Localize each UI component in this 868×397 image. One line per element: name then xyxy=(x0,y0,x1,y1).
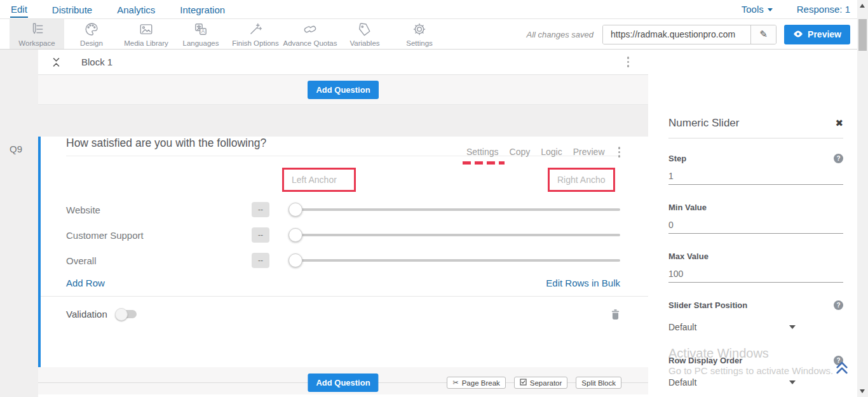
block-action-buttons: ✂ Page Break Separator Split Block xyxy=(447,377,621,389)
question-menu-kebab-icon[interactable] xyxy=(616,144,623,160)
edit-url-button[interactable]: ✎ xyxy=(750,25,776,44)
slider-track[interactable] xyxy=(295,208,620,211)
scrollbar-thumb[interactable] xyxy=(858,19,867,51)
toolbar-tab-workspace[interactable]: Workspace xyxy=(10,19,64,49)
vertical-scrollbar[interactable] xyxy=(857,0,868,397)
palette-icon xyxy=(84,22,99,38)
max-value-input[interactable] xyxy=(668,267,843,283)
add-question-button-top[interactable]: Add Question xyxy=(308,81,378,99)
slider-handle[interactable] xyxy=(288,228,302,242)
nav-tab-distribute[interactable]: Distribute xyxy=(51,2,93,17)
toolbar-tab-label: Languages xyxy=(183,39,219,47)
magic-wand-icon xyxy=(248,22,263,38)
scroll-to-top-double-chevron-icon[interactable] xyxy=(835,360,849,379)
validation-label: Validation xyxy=(66,309,107,320)
question-preview-link[interactable]: Preview xyxy=(573,147,605,157)
collapse-block-icon[interactable] xyxy=(52,57,60,68)
row-value-badge: -- xyxy=(252,253,269,268)
field-label: Step xyxy=(668,154,686,163)
scrollbar-down-arrow-icon[interactable] xyxy=(860,389,865,393)
slider-row-customer-support: Customer Support -- xyxy=(66,222,620,248)
page-break-button[interactable]: ✂ Page Break xyxy=(447,377,505,389)
toolbar-tab-finish-options[interactable]: Finish Options xyxy=(228,19,283,49)
help-icon[interactable]: ? xyxy=(834,300,843,310)
left-anchor-annotation-box xyxy=(282,168,356,192)
row-display-order-select[interactable]: Default xyxy=(668,377,796,387)
question-copy-link[interactable]: Copy xyxy=(510,147,531,157)
top-navigation: Edit Distribute Analytics Integration To… xyxy=(0,0,868,19)
question-id-label: Q9 xyxy=(0,144,38,154)
svg-text:A: A xyxy=(201,29,205,34)
chain-link-icon xyxy=(302,22,318,38)
delete-question-trash-icon[interactable] xyxy=(611,309,620,320)
block-title: Block 1 xyxy=(81,57,112,67)
field-min-value: Min Value xyxy=(668,203,843,234)
add-row-link[interactable]: Add Row xyxy=(66,278,105,288)
question-logic-link[interactable]: Logic xyxy=(541,147,562,157)
nav-tab-analytics[interactable]: Analytics xyxy=(116,2,156,17)
help-icon[interactable]: ? xyxy=(834,154,843,163)
toolbar-tab-media-library[interactable]: Media Library xyxy=(119,19,173,49)
slider-track[interactable] xyxy=(295,259,620,262)
step-input[interactable] xyxy=(668,170,843,185)
toolbar-tab-advance-quotas[interactable]: Advance Quotas xyxy=(283,19,337,49)
add-question-button-bottom[interactable]: Add Question xyxy=(308,373,378,392)
question-menu: Settings Copy Logic Preview xyxy=(466,144,623,160)
slider-start-position-select[interactable]: Default xyxy=(668,322,796,332)
response-count[interactable]: Response: 1 xyxy=(797,4,850,15)
toolbar-tab-languages[interactable]: A Languages xyxy=(173,19,228,49)
slider-handle[interactable] xyxy=(288,203,302,217)
nav-tab-integration[interactable]: Integration xyxy=(179,2,226,17)
chevron-down-icon xyxy=(789,325,796,329)
page-break-label: Page Break xyxy=(462,379,500,387)
row-value-badge: -- xyxy=(252,202,269,217)
slider-handle[interactable] xyxy=(288,253,302,267)
toolbar-tab-label: Workspace xyxy=(18,39,55,47)
field-step: Step ? xyxy=(668,154,843,185)
question-id-rail: Q9 xyxy=(0,50,38,397)
pencil-icon: ✎ xyxy=(759,29,768,40)
editor-toolbar: Workspace Design Media Library A Languag… xyxy=(0,19,868,50)
row-label[interactable]: Overall xyxy=(66,255,252,266)
add-question-strip-bottom: Add Question ✂ Page Break Separator Spli… xyxy=(38,367,648,394)
slider-row-overall: Overall -- xyxy=(66,248,620,273)
edit-rows-in-bulk-link[interactable]: Edit Rows in Bulk xyxy=(546,278,620,288)
split-block-button[interactable]: Split Block xyxy=(576,377,621,389)
field-row-display-order: Row Display Order ? Default xyxy=(668,356,843,387)
preview-label: Preview xyxy=(808,29,841,39)
field-slider-start-position: Slider Start Position ? Default xyxy=(668,300,843,332)
toolbar-tab-settings[interactable]: Settings xyxy=(392,19,447,49)
numeric-slider xyxy=(288,203,620,217)
toolbar-tab-variables[interactable]: Variables xyxy=(337,19,392,49)
nav-tab-edit[interactable]: Edit xyxy=(10,1,28,18)
translate-icon: A xyxy=(193,22,208,38)
survey-url-input[interactable] xyxy=(603,25,750,44)
question-card: Settings Copy Logic Preview How satisfie… xyxy=(38,137,648,367)
left-anchor-input[interactable] xyxy=(284,175,354,185)
separator-button[interactable]: Separator xyxy=(514,377,568,389)
row-label[interactable]: Customer Support xyxy=(66,230,252,241)
block-menu-kebab-icon[interactable] xyxy=(625,54,632,70)
right-anchor-input[interactable] xyxy=(550,175,613,185)
right-anchor-annotation-box xyxy=(548,168,615,192)
anchor-row xyxy=(66,168,620,192)
chevron-down-icon xyxy=(768,8,773,11)
separator-label: Separator xyxy=(530,379,562,387)
validation-row: Validation xyxy=(66,297,620,332)
question-settings-link[interactable]: Settings xyxy=(466,147,499,157)
save-status: All changes saved xyxy=(527,30,594,39)
scrollbar-up-arrow-icon[interactable] xyxy=(860,4,865,8)
field-label: Max Value xyxy=(668,252,709,261)
slider-track[interactable] xyxy=(295,234,620,236)
close-icon[interactable]: ✖ xyxy=(835,118,843,129)
validation-toggle[interactable] xyxy=(116,310,137,318)
next-block-area xyxy=(38,394,648,397)
row-label[interactable]: Website xyxy=(66,205,252,215)
select-value: Default xyxy=(668,322,696,332)
toggle-knob xyxy=(115,308,128,321)
min-value-input[interactable] xyxy=(668,219,843,234)
tools-menu[interactable]: Tools xyxy=(742,4,773,15)
survey-editor-content: Block 1 Add Question Settings Copy Logic… xyxy=(38,50,648,397)
toolbar-tab-design[interactable]: Design xyxy=(64,19,119,49)
preview-button[interactable]: Preview xyxy=(784,25,850,44)
